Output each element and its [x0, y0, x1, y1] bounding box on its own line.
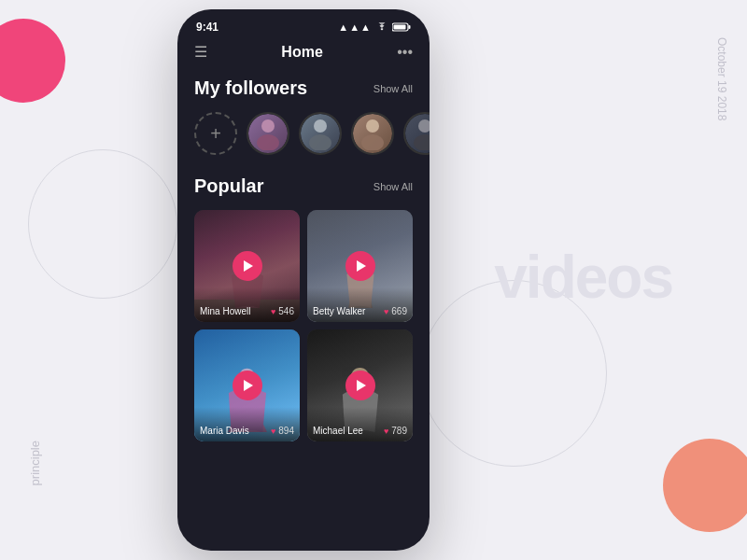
svg-point-3 [261, 119, 275, 133]
video-name-1: Mina Howell [200, 306, 250, 316]
play-triangle-1 [244, 260, 253, 272]
svg-point-6 [309, 134, 331, 150]
play-button-2[interactable] [345, 251, 375, 281]
popular-header: Popular Show All [194, 175, 413, 197]
video-card-2[interactable]: Betty Walker ♥ 669 [307, 210, 413, 322]
video-card-1[interactable]: Mina Howell ♥ 546 [194, 210, 300, 322]
avatar-image-4 [405, 114, 430, 153]
video-grid: Mina Howell ♥ 546 [194, 210, 413, 441]
heart-icon-4: ♥ [384, 427, 388, 436]
content-area: My followers Show All + [177, 70, 430, 449]
add-follower-button[interactable]: + [194, 112, 237, 155]
bg-text-principle: principle [28, 441, 42, 485]
wifi-icon [375, 22, 388, 32]
video-info-1: Mina Howell ♥ 546 [194, 287, 300, 322]
svg-point-5 [314, 119, 327, 133]
video-likes-1: ♥ 546 [271, 306, 294, 316]
bg-circle-outline-1 [28, 149, 177, 299]
video-card-4[interactable]: Michael Lee ♥ 789 [307, 329, 413, 441]
likes-count-4: 789 [391, 426, 407, 436]
bg-circle-orange [663, 439, 747, 532]
likes-count-1: 546 [278, 306, 294, 316]
play-button-4[interactable] [345, 371, 375, 400]
video-likes-2: ♥ 669 [384, 306, 407, 316]
video-info-2: Betty Walker ♥ 669 [307, 287, 413, 322]
avatar-image-2 [301, 114, 340, 153]
likes-count-3: 894 [278, 426, 294, 436]
heart-icon-1: ♥ [271, 307, 275, 316]
popular-show-all[interactable]: Show All [374, 181, 413, 192]
follower-avatar-4[interactable] [403, 112, 430, 155]
nav-title: Home [281, 44, 322, 61]
follower-avatar-3[interactable] [351, 112, 394, 155]
video-card-3[interactable]: Maria Davis ♥ 894 [194, 329, 300, 441]
svg-point-8 [361, 134, 384, 150]
svg-point-4 [257, 134, 279, 150]
video-name-2: Betty Walker [313, 306, 365, 316]
bg-text-videos: videos [494, 243, 672, 312]
svg-point-9 [418, 119, 430, 133]
popular-section: Popular Show All Mina Howell [194, 175, 413, 441]
video-info-3: Maria Davis ♥ 894 [194, 407, 300, 441]
likes-count-2: 669 [391, 306, 407, 316]
follower-avatar-1[interactable] [247, 112, 289, 155]
svg-rect-2 [394, 25, 406, 30]
video-name-3: Maria Davis [200, 426, 249, 436]
followers-title: My followers [194, 77, 307, 99]
svg-rect-1 [409, 25, 411, 29]
follower-avatar-2[interactable] [299, 112, 342, 155]
status-icons: ▲▲▲ [338, 21, 411, 33]
followers-header: My followers Show All [194, 77, 413, 99]
avatar-image-3 [353, 114, 392, 153]
followers-show-all[interactable]: Show All [374, 83, 413, 94]
play-triangle-4 [357, 380, 366, 391]
bg-circle-pink [0, 19, 65, 103]
video-likes-3: ♥ 894 [271, 426, 294, 436]
heart-icon-2: ♥ [384, 307, 388, 316]
nav-bar: ☰ Home ••• [177, 39, 430, 70]
battery-icon [392, 22, 411, 32]
popular-title: Popular [194, 175, 263, 197]
play-button-1[interactable] [233, 251, 262, 281]
followers-row: + [194, 112, 413, 155]
status-time: 9:41 [196, 21, 218, 34]
avatar-image-1 [248, 114, 288, 153]
heart-icon-3: ♥ [271, 427, 275, 436]
play-triangle-2 [357, 260, 366, 272]
status-bar: 9:41 ▲▲▲ [177, 9, 430, 39]
phone-container: 9:41 ▲▲▲ ☰ Home ••• My followers Show Al… [177, 9, 430, 551]
menu-icon[interactable]: ☰ [194, 43, 207, 61]
video-name-4: Michael Lee [313, 426, 363, 436]
video-likes-4: ♥ 789 [384, 426, 407, 436]
play-triangle-3 [244, 380, 253, 391]
play-button-3[interactable] [233, 371, 262, 400]
bg-text-date: October 19 2018 [715, 37, 728, 120]
video-info-4: Michael Lee ♥ 789 [307, 407, 413, 441]
more-icon[interactable]: ••• [397, 44, 413, 61]
svg-point-7 [366, 119, 379, 133]
svg-point-10 [414, 134, 430, 150]
signal-icon: ▲▲▲ [338, 21, 372, 33]
